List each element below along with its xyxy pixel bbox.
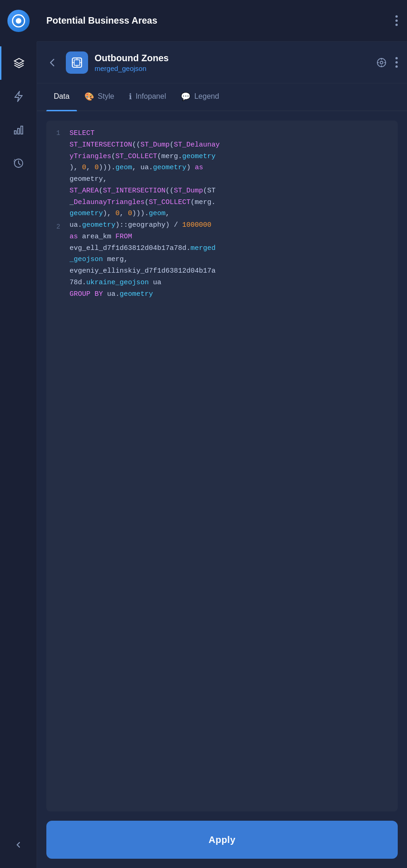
code-area: 1 2 SELECT ST_INTERSECTION((ST_Dum: [37, 111, 407, 868]
sidebar-item-layers[interactable]: [0, 46, 37, 80]
code-line-6: ST_AREA(ST_INTERSECTION((ST_Dump(ST: [70, 185, 393, 197]
sidebar-item-chart[interactable]: [0, 113, 37, 147]
info-icon: ℹ: [129, 92, 132, 102]
code-line-13: evgeniy_ellinskiy_d7f1d63812d04b17a: [70, 266, 393, 277]
app-title: Potential Business Areas: [46, 15, 395, 26]
chart-icon: [13, 124, 24, 135]
code-line-3: yTriangles(ST_COLLECT(merg.geometry: [70, 151, 393, 163]
svg-point-13: [380, 61, 383, 64]
code-line-7: _DelaunayTriangles(ST_COLLECT(merg.: [70, 197, 393, 209]
code-line-8: geometry), 0, 0))).geom,: [70, 208, 393, 220]
code-line-2: ST_INTERSECTION((ST_Dump(ST_Delaunay: [70, 140, 393, 151]
code-line-4: ), 0, 0))).geom, ua.geometry) as: [70, 162, 393, 174]
code-editor[interactable]: 1 2 SELECT ST_INTERSECTION((ST_Dum: [46, 121, 398, 811]
top-menu-button[interactable]: [395, 15, 398, 26]
code-line-15: GROUP BY ua.geometry: [70, 289, 393, 300]
code-line-9: ua.geometry)::geography) / 1000000: [70, 220, 393, 231]
tab-style-label: Style: [98, 92, 114, 101]
code-line-1: SELECT: [70, 128, 393, 140]
location-button[interactable]: [376, 57, 387, 68]
legend-icon: 💬: [181, 92, 191, 102]
sidebar-item-lightning[interactable]: [0, 80, 37, 113]
layer-name: Outbound Zones: [95, 53, 376, 64]
app-logo: [0, 0, 37, 42]
svg-rect-4: [21, 126, 23, 134]
code-line-5: geometry,: [70, 174, 393, 185]
layer-icon: [66, 51, 88, 74]
tabs-bar: Data 🎨 Style ℹ Infopanel 💬 Legend: [37, 83, 407, 111]
layer-source: merged_geojson: [95, 64, 376, 72]
code-line-10: as area_km FROM: [70, 231, 393, 243]
collapse-button[interactable]: [0, 831, 37, 859]
top-header: Potential Business Areas: [37, 0, 407, 42]
code-line-14: 78d.ukraine_geojson ua: [70, 277, 393, 289]
back-button[interactable]: [46, 57, 58, 69]
layers-icon: [13, 57, 25, 69]
tab-legend[interactable]: 💬 Legend: [173, 83, 226, 110]
line-numbers: 1 2: [46, 128, 65, 804]
sidebar-nav: [0, 46, 37, 180]
svg-point-1: [16, 18, 21, 24]
tab-legend-label: Legend: [194, 92, 219, 101]
layer-info: Outbound Zones merged_geojson: [95, 53, 376, 72]
svg-rect-2: [14, 131, 16, 134]
sidebar: [0, 0, 37, 868]
history-icon: [13, 158, 24, 169]
lightning-icon: [13, 90, 24, 102]
code-line-11: evg_ell_d7f1d63812d04b17a78d.merged: [70, 243, 393, 255]
main-content: Potential Business Areas Outbound Zones …: [37, 0, 407, 868]
tab-style[interactable]: 🎨 Style: [77, 83, 122, 110]
apply-area: Apply: [37, 811, 407, 868]
tab-data-label: Data: [54, 92, 70, 101]
sidebar-item-history[interactable]: [0, 147, 37, 180]
apply-button[interactable]: Apply: [46, 821, 398, 859]
layer-header: Outbound Zones merged_geojson: [37, 42, 407, 83]
code-line-12: _geojson merg,: [70, 254, 393, 266]
code-content: 1 2 SELECT ST_INTERSECTION((ST_Dum: [46, 121, 398, 811]
style-icon: 🎨: [84, 92, 94, 102]
svg-rect-3: [18, 128, 19, 134]
logo-circle: [7, 10, 30, 32]
tab-data[interactable]: Data: [46, 83, 77, 110]
sidebar-bottom: [0, 831, 37, 859]
layer-menu-button[interactable]: [395, 57, 398, 68]
tab-infopanel-label: Infopanel: [135, 92, 166, 101]
svg-rect-7: [74, 60, 80, 65]
code-lines: SELECT ST_INTERSECTION((ST_Dump(ST_Delau…: [65, 128, 398, 804]
tab-infopanel[interactable]: ℹ Infopanel: [121, 83, 173, 110]
layer-header-actions: [376, 57, 398, 68]
